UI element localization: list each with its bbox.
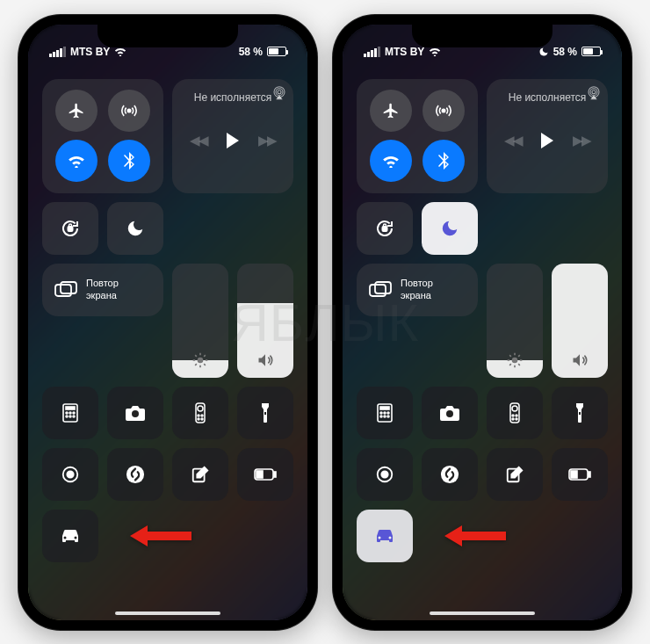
bluetooth-toggle[interactable] bbox=[108, 140, 150, 182]
flashlight-button[interactable] bbox=[237, 387, 293, 439]
apple-tv-remote-button[interactable] bbox=[172, 387, 228, 439]
flashlight-icon bbox=[574, 402, 585, 423]
cellular-data-toggle[interactable] bbox=[108, 90, 150, 132]
volume-slider[interactable] bbox=[237, 264, 293, 378]
svg-point-52 bbox=[512, 415, 514, 416]
annotation-arrow bbox=[444, 524, 506, 548]
volume-slider[interactable] bbox=[552, 264, 608, 378]
phone-right: MTS BY 58 % bbox=[333, 15, 632, 630]
now-playing-label: Не исполняется bbox=[509, 91, 587, 104]
car-icon bbox=[59, 528, 82, 544]
flashlight-button[interactable] bbox=[552, 387, 608, 439]
camera-icon bbox=[125, 405, 146, 421]
svg-rect-4 bbox=[69, 227, 73, 231]
notch bbox=[98, 25, 238, 47]
battery-icon bbox=[581, 47, 601, 56]
screen-record-button[interactable] bbox=[357, 448, 413, 501]
svg-point-11 bbox=[69, 412, 71, 414]
notes-button[interactable] bbox=[487, 448, 543, 501]
svg-point-46 bbox=[380, 416, 382, 417]
do-not-disturb-toggle[interactable] bbox=[422, 202, 478, 255]
svg-point-10 bbox=[66, 412, 68, 414]
wifi-icon bbox=[382, 154, 400, 168]
empty-space bbox=[172, 202, 293, 255]
orientation-lock-toggle[interactable] bbox=[357, 202, 413, 255]
svg-point-33 bbox=[443, 110, 445, 112]
airplane-icon bbox=[382, 102, 400, 119]
camera-button[interactable] bbox=[422, 387, 478, 439]
cellular-data-toggle[interactable] bbox=[422, 90, 465, 132]
svg-point-31 bbox=[64, 536, 67, 539]
next-track-button[interactable]: ▶▶ bbox=[258, 133, 276, 148]
svg-point-15 bbox=[73, 416, 75, 417]
do-not-disturb-toggle[interactable] bbox=[107, 202, 163, 255]
media-panel[interactable]: Не исполняется ◀◀ ▶▶ bbox=[487, 79, 608, 193]
brightness-slider[interactable] bbox=[172, 264, 228, 378]
driving-mode-button[interactable] bbox=[357, 510, 413, 562]
airplane-mode-toggle[interactable] bbox=[55, 90, 98, 132]
screen-mirroring-button[interactable]: Повтор экрана bbox=[357, 264, 478, 316]
connectivity-panel[interactable] bbox=[357, 79, 478, 193]
antenna-icon bbox=[120, 102, 138, 119]
screen-record-button[interactable] bbox=[42, 448, 98, 501]
low-power-mode-button[interactable] bbox=[552, 448, 608, 501]
brightness-icon bbox=[506, 351, 524, 369]
screen-mirroring-button[interactable]: Повтор экрана bbox=[42, 264, 163, 316]
brightness-slider[interactable] bbox=[487, 264, 543, 378]
wifi-icon bbox=[68, 154, 85, 168]
sliders-panel bbox=[487, 264, 608, 378]
camera-button[interactable] bbox=[107, 387, 163, 439]
play-button[interactable] bbox=[227, 133, 239, 148]
calculator-button[interactable] bbox=[357, 387, 413, 439]
wifi-toggle[interactable] bbox=[55, 140, 98, 182]
wifi-toggle[interactable] bbox=[370, 140, 412, 182]
connectivity-panel[interactable] bbox=[42, 79, 163, 193]
low-power-mode-button[interactable] bbox=[237, 448, 293, 501]
airplane-mode-toggle[interactable] bbox=[370, 90, 412, 132]
svg-point-19 bbox=[198, 415, 199, 416]
wifi-icon bbox=[429, 47, 441, 56]
screen-mirroring-label-2: экрана bbox=[86, 290, 119, 301]
svg-rect-63 bbox=[571, 471, 577, 478]
toggles-panel bbox=[42, 202, 163, 255]
cellular-signal-icon bbox=[364, 47, 380, 57]
svg-rect-9 bbox=[66, 407, 75, 409]
svg-point-49 bbox=[446, 410, 453, 417]
notes-button[interactable] bbox=[172, 448, 228, 501]
play-button[interactable] bbox=[541, 133, 553, 148]
svg-point-20 bbox=[201, 415, 203, 416]
shazam-button[interactable] bbox=[107, 448, 163, 501]
home-indicator[interactable] bbox=[115, 611, 220, 615]
compose-icon bbox=[505, 465, 524, 484]
svg-point-65 bbox=[389, 536, 392, 539]
svg-rect-38 bbox=[370, 285, 386, 296]
remote-icon bbox=[509, 402, 520, 423]
svg-point-55 bbox=[516, 418, 517, 420]
moon-icon bbox=[440, 219, 459, 238]
prev-track-button[interactable]: ◀◀ bbox=[190, 133, 207, 148]
carrier-label: MTS BY bbox=[70, 46, 110, 58]
calculator-button[interactable] bbox=[42, 387, 98, 439]
next-track-button[interactable]: ▶▶ bbox=[573, 133, 590, 148]
svg-rect-37 bbox=[383, 227, 387, 231]
airplane-icon bbox=[68, 102, 85, 119]
svg-point-16 bbox=[132, 410, 139, 417]
home-indicator[interactable] bbox=[430, 611, 535, 615]
control-center-screen: MTS BY 58 % bbox=[28, 25, 307, 620]
svg-rect-39 bbox=[375, 282, 391, 293]
orientation-lock-toggle[interactable] bbox=[42, 202, 98, 255]
screen-mirroring-label-1: Повтор bbox=[86, 278, 119, 289]
prev-track-button[interactable]: ◀◀ bbox=[504, 133, 522, 148]
media-panel[interactable]: Не исполняется ◀◀ ▶▶ bbox=[172, 79, 293, 193]
sliders-panel bbox=[172, 264, 293, 378]
svg-point-18 bbox=[198, 406, 203, 411]
annotation-arrow bbox=[130, 524, 191, 548]
bluetooth-toggle[interactable] bbox=[422, 140, 465, 182]
svg-point-22 bbox=[201, 418, 203, 420]
svg-rect-62 bbox=[589, 472, 590, 477]
airplay-audio-icon bbox=[272, 86, 286, 100]
driving-mode-button[interactable] bbox=[42, 510, 98, 562]
shazam-button[interactable] bbox=[422, 448, 478, 501]
camera-icon bbox=[439, 405, 460, 421]
apple-tv-remote-button[interactable] bbox=[487, 387, 543, 439]
